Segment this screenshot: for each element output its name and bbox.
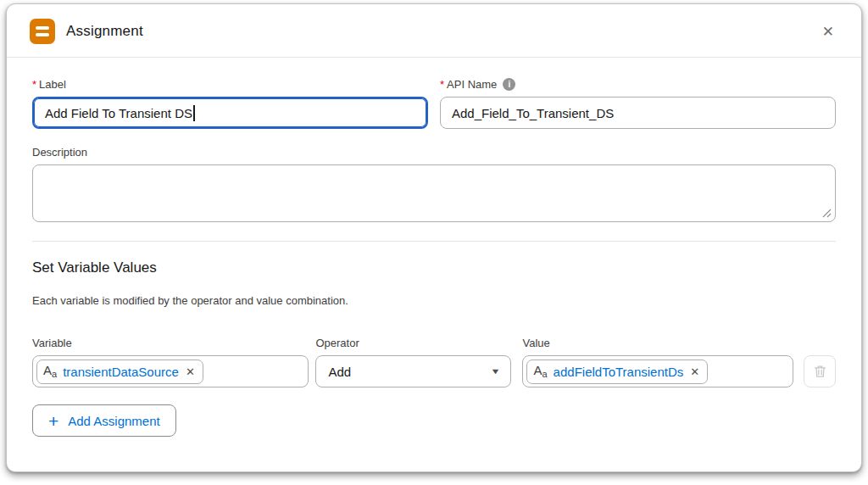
chevron-down-icon: ▼	[490, 367, 500, 376]
text-cursor	[193, 105, 195, 121]
dialog-header: Assignment ✕	[7, 4, 861, 58]
delete-assignment-button[interactable]	[804, 355, 836, 387]
assignment-dialog: Assignment ✕ * Label Add Field To Transi…	[6, 3, 862, 472]
variable-column-label: Variable	[32, 337, 309, 349]
dialog-title: Assignment	[66, 23, 143, 40]
variable-combobox[interactable]: Aa transientDataSource ✕	[32, 355, 309, 387]
operator-selected-value: Add	[328, 365, 351, 379]
delete-column	[804, 337, 836, 387]
api-name-input[interactable]: Add_Field_To_Transient_DS	[440, 97, 836, 129]
operator-column-label: Operator	[315, 337, 511, 349]
variable-pill-label: transientDataSource	[63, 365, 179, 379]
value-column-label: Value	[522, 337, 793, 349]
plus-icon: +	[48, 412, 58, 430]
value-combobox[interactable]: Aa addFieldToTransientDs ✕	[522, 355, 793, 387]
section-subtitle: Each variable is modified by the operato…	[32, 294, 836, 307]
assignment-row: Variable Aa transientDataSource ✕ Operat…	[32, 337, 836, 387]
add-assignment-label: Add Assignment	[68, 414, 159, 428]
value-pill[interactable]: Aa addFieldToTransientDs ✕	[526, 360, 708, 384]
description-field-group: Description	[32, 146, 836, 222]
description-field-label: Description	[32, 146, 836, 159]
section-title: Set Variable Values	[32, 259, 836, 276]
dialog-body: * Label Add Field To Transient DS * API …	[7, 58, 861, 437]
variable-pill[interactable]: Aa transientDataSource ✕	[36, 360, 203, 384]
api-name-field-group: * API Name i Add_Field_To_Transient_DS	[440, 78, 836, 129]
label-field-group: * Label Add Field To Transient DS	[32, 78, 428, 129]
label-field-label: * Label	[32, 78, 428, 91]
assignment-equals-icon	[30, 19, 55, 44]
info-icon[interactable]: i	[503, 78, 515, 91]
trash-icon	[814, 365, 826, 378]
api-name-input-value: Add_Field_To_Transient_DS	[452, 106, 614, 120]
required-asterisk: *	[440, 78, 444, 91]
operator-select[interactable]: Add ▼	[315, 355, 511, 387]
label-apiname-row: * Label Add Field To Transient DS * API …	[32, 78, 836, 129]
description-textarea[interactable]	[32, 164, 836, 222]
remove-pill-icon[interactable]: ✕	[690, 366, 699, 377]
remove-pill-icon[interactable]: ✕	[186, 366, 195, 377]
required-asterisk: *	[32, 78, 36, 91]
label-input-value: Add Field To Transient DS	[45, 106, 192, 120]
close-icon[interactable]: ✕	[817, 21, 839, 42]
section-divider	[32, 241, 836, 242]
value-pill-label: addFieldToTransientDs	[554, 365, 684, 379]
add-assignment-button[interactable]: + Add Assignment	[32, 404, 176, 437]
variable-column: Variable Aa transientDataSource ✕	[32, 337, 309, 387]
value-column: Value Aa addFieldToTransientDs ✕	[522, 337, 793, 387]
text-type-icon: Aa	[43, 364, 57, 379]
resize-handle-icon[interactable]	[822, 209, 832, 218]
api-name-field-label: * API Name i	[440, 78, 836, 91]
operator-column: Operator Add ▼	[315, 337, 511, 387]
text-type-icon: Aa	[533, 364, 547, 379]
label-input[interactable]: Add Field To Transient DS	[32, 97, 428, 129]
